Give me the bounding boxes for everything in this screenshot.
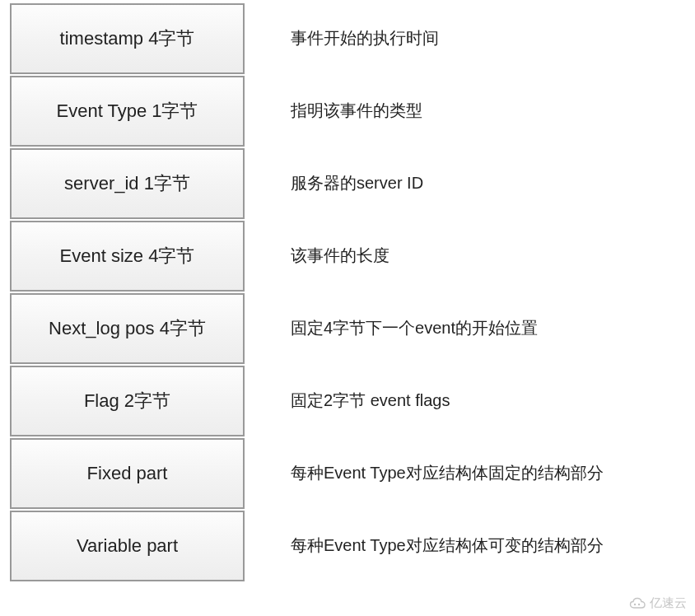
row-timestamp: timestamp 4字节 事件开始的执行时间	[10, 2, 695, 74]
cloud-icon	[629, 597, 647, 610]
desc-server-id: 服务器的server ID	[291, 172, 423, 194]
desc-fixed-part: 每种Event Type对应结构体固定的结构部分	[291, 462, 604, 484]
row-event-type: Event Type 1字节 指明该事件的类型	[10, 74, 695, 147]
field-event-type: Event Type 1字节	[10, 76, 245, 147]
field-flag: Flag 2字节	[10, 366, 245, 436]
row-event-size: Event size 4字节 该事件的长度	[10, 219, 695, 292]
field-variable-part: Variable part	[10, 511, 245, 581]
event-structure-diagram: timestamp 4字节 事件开始的执行时间 Event Type 1字节 指…	[10, 2, 695, 581]
svg-point-0	[634, 603, 636, 604]
desc-event-type: 指明该事件的类型	[291, 100, 422, 122]
field-event-size: Event size 4字节	[10, 221, 245, 292]
desc-flag: 固定2字节 event flags	[291, 390, 450, 412]
watermark-text: 亿速云	[650, 595, 687, 611]
field-fixed-part: Fixed part	[10, 438, 245, 509]
desc-timestamp: 事件开始的执行时间	[291, 27, 439, 49]
watermark: 亿速云	[629, 595, 687, 611]
row-variable-part: Variable part 每种Event Type对应结构体可变的结构部分	[10, 509, 695, 581]
desc-variable-part: 每种Event Type对应结构体可变的结构部分	[291, 534, 604, 557]
row-flag: Flag 2字节 固定2字节 event flags	[10, 364, 695, 436]
field-next-log-pos: Next_log pos 4字节	[10, 293, 245, 364]
field-server-id: server_id 1字节	[10, 148, 245, 219]
row-fixed-part: Fixed part 每种Event Type对应结构体固定的结构部分	[10, 436, 695, 509]
desc-event-size: 该事件的长度	[291, 245, 389, 267]
field-timestamp: timestamp 4字节	[10, 3, 245, 74]
row-server-id: server_id 1字节 服务器的server ID	[10, 147, 695, 219]
row-next-log-pos: Next_log pos 4字节 固定4字节下一个event的开始位置	[10, 292, 695, 364]
svg-point-1	[638, 603, 640, 604]
desc-next-log-pos: 固定4字节下一个event的开始位置	[291, 317, 538, 339]
